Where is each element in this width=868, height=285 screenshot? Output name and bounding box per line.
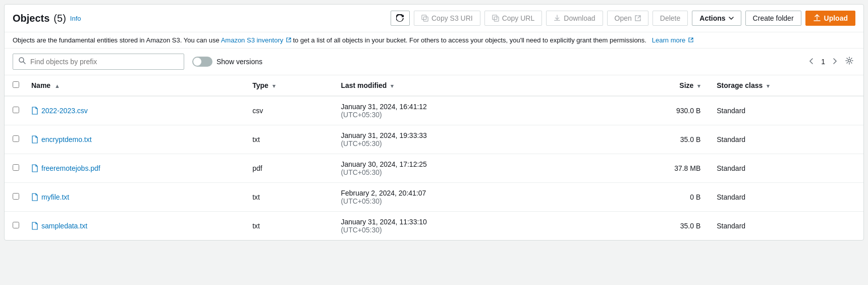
chevron-right-icon <box>833 58 837 64</box>
file-storage-cell: Standard <box>709 212 863 241</box>
row-checkbox[interactable] <box>13 107 19 113</box>
file-storage-cell: Standard <box>709 183 863 212</box>
copy-s3-uri-button[interactable]: Copy S3 URI <box>414 11 480 26</box>
file-size-cell: 35.0 B <box>576 212 709 241</box>
file-modified-cell: January 31, 2024, 11:33:10 (UTC+05:30) <box>333 212 576 241</box>
file-name-cell: 2022-2023.csv <box>23 96 244 125</box>
pagination-row: 1 <box>805 55 855 69</box>
chevron-left-icon <box>809 58 813 64</box>
table-row: freeremotejobs.pdf pdf January 30, 2024,… <box>5 154 863 183</box>
file-icon <box>31 135 38 144</box>
file-size-cell: 37.8 MB <box>576 154 709 183</box>
file-icon <box>31 193 38 201</box>
page-title: Objects <box>13 13 49 24</box>
file-icon <box>31 164 38 172</box>
show-versions-toggle[interactable] <box>192 57 212 67</box>
storage-sort-icon: ▾ <box>767 83 770 89</box>
upload-icon <box>813 14 821 22</box>
copy-url-button[interactable]: Copy URL <box>484 11 542 26</box>
file-size-cell: 0 B <box>576 183 709 212</box>
row-checkbox-cell <box>5 96 23 125</box>
select-all-header <box>5 75 23 96</box>
table-row: 2022-2023.csv csv January 31, 2024, 16:4… <box>5 96 863 125</box>
table-row: myfile.txt txt February 2, 2024, 20:41:0… <box>5 183 863 212</box>
file-type-cell: txt <box>244 125 333 154</box>
refresh-icon <box>396 14 404 22</box>
svg-point-5 <box>848 60 851 62</box>
show-versions-label: Show versions <box>216 58 262 66</box>
file-link[interactable]: sampledata.txt <box>31 222 236 230</box>
objects-count: (5) <box>53 13 66 24</box>
row-checkbox[interactable] <box>13 164 19 171</box>
row-checkbox-cell <box>5 183 23 212</box>
select-all-checkbox[interactable] <box>13 81 19 88</box>
name-sort-icon: ▲ <box>55 83 60 89</box>
file-link[interactable]: 2022-2023.csv <box>31 107 236 115</box>
file-modified-cell: January 31, 2024, 16:41:12 (UTC+05:30) <box>333 96 576 125</box>
search-icon <box>18 57 26 67</box>
s3-inventory-link[interactable]: Amazon S3 inventory <box>221 36 293 44</box>
delete-button[interactable]: Delete <box>653 11 688 26</box>
open-button[interactable]: Open <box>607 11 648 26</box>
file-name-cell: sampledata.txt <box>23 212 244 241</box>
external-link-icon-3 <box>688 37 693 42</box>
modified-sort-icon: ▾ <box>391 83 394 89</box>
row-checkbox-cell <box>5 212 23 241</box>
page-number: 1 <box>819 58 827 66</box>
gear-icon <box>845 57 853 65</box>
storage-column-header[interactable]: Storage class ▾ <box>709 75 863 96</box>
modified-column-header[interactable]: Last modified ▾ <box>333 75 576 96</box>
refresh-button[interactable] <box>391 11 410 26</box>
info-link[interactable]: Info <box>70 15 81 22</box>
file-size-cell: 35.0 B <box>576 125 709 154</box>
row-checkbox-cell <box>5 125 23 154</box>
file-name-cell: encryptdemo.txt <box>23 125 244 154</box>
actions-button[interactable]: Actions <box>692 11 741 26</box>
title-section: Objects (5) Info <box>13 13 81 24</box>
table-row: sampledata.txt txt January 31, 2024, 11:… <box>5 212 863 241</box>
svg-rect-0 <box>423 17 428 21</box>
file-storage-cell: Standard <box>709 125 863 154</box>
svg-rect-2 <box>494 17 499 21</box>
row-checkbox[interactable] <box>13 222 19 228</box>
type-sort-icon: ▾ <box>273 83 276 89</box>
next-page-button[interactable] <box>829 55 841 68</box>
copy-icon <box>421 15 428 22</box>
row-checkbox-cell <box>5 154 23 183</box>
toggle-row: Show versions <box>192 57 262 67</box>
file-link[interactable]: encryptdemo.txt <box>31 135 236 144</box>
search-input[interactable] <box>30 58 179 66</box>
file-link[interactable]: myfile.txt <box>31 193 236 201</box>
file-link[interactable]: freeremotejobs.pdf <box>31 164 236 172</box>
chevron-down-icon <box>729 17 734 20</box>
name-column-header[interactable]: Name ▲ <box>23 75 244 96</box>
external-link-icon-2 <box>286 37 291 42</box>
search-box <box>13 54 184 70</box>
file-modified-cell: February 2, 2024, 20:41:07 (UTC+05:30) <box>333 183 576 212</box>
prev-page-button[interactable] <box>805 55 817 68</box>
size-sort-icon: ▾ <box>697 83 700 89</box>
table-row: encryptdemo.txt txt January 31, 2024, 19… <box>5 125 863 154</box>
table-settings-button[interactable] <box>843 55 855 69</box>
info-bar: Objects are the fundamental entities sto… <box>5 32 863 49</box>
file-modified-cell: January 31, 2024, 19:33:33 (UTC+05:30) <box>333 125 576 154</box>
download-button[interactable]: Download <box>546 11 603 26</box>
file-type-cell: csv <box>244 96 333 125</box>
header-row: Objects (5) Info Copy S3 URI Copy URL Do… <box>5 5 863 32</box>
file-name-cell: myfile.txt <box>23 183 244 212</box>
external-link-icon <box>635 15 641 21</box>
learn-more-link[interactable]: Learn more <box>652 36 693 44</box>
file-storage-cell: Standard <box>709 154 863 183</box>
row-checkbox[interactable] <box>13 135 19 142</box>
size-column-header[interactable]: Size ▾ <box>576 75 709 96</box>
type-column-header[interactable]: Type ▾ <box>244 75 333 96</box>
create-folder-button[interactable]: Create folder <box>745 11 801 26</box>
file-icon <box>31 222 38 230</box>
file-type-cell: txt <box>244 183 333 212</box>
file-name-cell: freeremotejobs.pdf <box>23 154 244 183</box>
row-checkbox[interactable] <box>13 193 19 200</box>
file-modified-cell: January 30, 2024, 17:12:25 (UTC+05:30) <box>333 154 576 183</box>
upload-button[interactable]: Upload <box>805 11 855 26</box>
objects-panel: Objects (5) Info Copy S3 URI Copy URL Do… <box>4 4 864 241</box>
objects-table: Name ▲ Type ▾ Last modified ▾ Size ▾ Sto… <box>5 75 863 240</box>
